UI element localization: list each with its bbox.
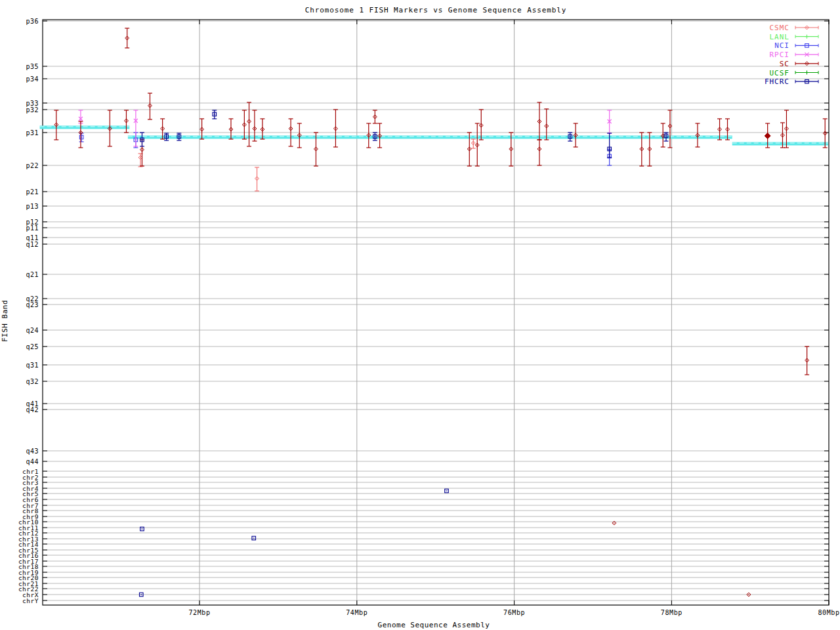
y-tick-label: q21 bbox=[26, 271, 39, 278]
marker-dot bbox=[807, 27, 808, 28]
legend-label: NCI bbox=[774, 41, 789, 50]
marker-dot bbox=[472, 142, 474, 144]
y-tick-label: q12 bbox=[26, 241, 39, 248]
fish-marker-chart: Chromosome 1 FISH Markers vs Genome Sequ… bbox=[0, 0, 840, 630]
marker-dot bbox=[807, 63, 808, 64]
plot-frame bbox=[43, 20, 829, 605]
legend-label: UCSF bbox=[770, 69, 790, 77]
marker-dot bbox=[299, 135, 300, 136]
data-series bbox=[54, 28, 827, 597]
legend-label: SC bbox=[780, 60, 789, 68]
marker-dot bbox=[719, 129, 721, 130]
y-tick-label: q31 bbox=[26, 362, 39, 369]
marker-dot bbox=[539, 121, 540, 122]
marker-dot bbox=[316, 148, 317, 150]
legend-entry-csmc: CSMC bbox=[770, 24, 819, 32]
marker-dot bbox=[56, 124, 57, 125]
series-fhcrc bbox=[139, 110, 668, 597]
legend-entry-rpci: RPCI bbox=[770, 51, 819, 59]
legend-label: FHCRC bbox=[765, 77, 789, 86]
marker-dot bbox=[476, 144, 478, 146]
marker-dot bbox=[244, 124, 245, 125]
marker-dot bbox=[368, 135, 369, 136]
marker-dot bbox=[290, 128, 291, 129]
legend-label: CSMC bbox=[770, 24, 790, 32]
legend-entry-nci: NCI bbox=[774, 41, 818, 50]
y-tick-label: p13 bbox=[26, 203, 39, 210]
plot-area: Chromosome 1 FISH Markers vs Genome Sequ… bbox=[0, 0, 840, 630]
y-tick-label: p22 bbox=[26, 162, 39, 169]
legend-label: RPCI bbox=[770, 51, 790, 59]
marker-dot bbox=[511, 148, 512, 150]
marker-dot bbox=[127, 37, 128, 39]
y-tick-label: q23 bbox=[26, 301, 39, 308]
tick-labels: p36p35p34p33p32p31p22p21p13p12p11q11q12q… bbox=[18, 18, 840, 617]
x-tick-label: 80Mbp bbox=[818, 609, 839, 616]
y-tick-label: p21 bbox=[26, 188, 39, 196]
marker-dot bbox=[162, 128, 163, 129]
marker-dot bbox=[669, 125, 671, 127]
chart-title: Chromosome 1 FISH Markers vs Genome Sequ… bbox=[305, 6, 567, 14]
x-axis-title: Genome Sequence Assembly bbox=[378, 621, 490, 629]
marker-dot bbox=[786, 128, 788, 129]
marker-dot bbox=[80, 132, 81, 133]
marker-dot bbox=[641, 148, 642, 150]
marker-dot bbox=[379, 135, 381, 136]
y-tick-label: p36 bbox=[26, 18, 39, 25]
series-rpci bbox=[78, 110, 612, 146]
marker-dot bbox=[249, 121, 250, 122]
legend-entry-sc: SC bbox=[780, 60, 818, 68]
plot-border bbox=[43, 20, 829, 605]
marker-dot bbox=[807, 360, 808, 361]
series-sc bbox=[54, 28, 827, 597]
marker-dot bbox=[575, 135, 576, 136]
y-tick-label: q32 bbox=[26, 378, 39, 385]
y-tick-label: p11 bbox=[26, 224, 39, 232]
y-tick-label: p31 bbox=[26, 129, 39, 136]
marker-dot bbox=[110, 128, 111, 129]
marker-dot bbox=[767, 135, 768, 136]
marker-dot bbox=[140, 157, 141, 158]
marker-dot bbox=[614, 522, 615, 524]
band-boundary-line bbox=[40, 127, 828, 144]
marker-dot bbox=[480, 125, 482, 126]
plus-marker bbox=[805, 35, 809, 39]
legend-label: LANL bbox=[770, 33, 790, 41]
legend-entry-lanl: LANL bbox=[770, 33, 819, 41]
y-tick-label: p35 bbox=[26, 63, 39, 70]
marker-dot bbox=[824, 133, 826, 134]
gridlines bbox=[43, 20, 829, 605]
y-tick-label: q24 bbox=[26, 327, 39, 334]
marker-dot bbox=[539, 148, 540, 150]
x-tick-label: 74Mbp bbox=[346, 609, 368, 616]
y-axis-title: FISH Band bbox=[1, 300, 9, 342]
x-tick-label: 78Mbp bbox=[661, 609, 682, 616]
y-tick-label: p32 bbox=[26, 106, 39, 114]
marker-dot bbox=[257, 178, 258, 179]
legend: CSMCLANLNCIRPCISCUCSFFHCRC bbox=[765, 24, 818, 86]
y-tick-label: p34 bbox=[26, 75, 39, 83]
y-tick-label: q25 bbox=[26, 343, 39, 350]
marker-dot bbox=[727, 129, 728, 130]
y-tick-label: chrY bbox=[22, 597, 39, 604]
marker-dot bbox=[150, 105, 151, 106]
y-tick-label: q44 bbox=[26, 458, 39, 465]
marker-dot bbox=[469, 148, 470, 150]
marker-dot bbox=[662, 135, 663, 136]
marker-dot bbox=[748, 594, 749, 595]
marker-dot bbox=[649, 148, 650, 150]
y-tick-label: q42 bbox=[26, 406, 39, 413]
plus-marker bbox=[805, 71, 809, 75]
marker-dot bbox=[546, 125, 547, 127]
marker-dot bbox=[254, 128, 255, 129]
marker-dot bbox=[201, 129, 203, 130]
marker-dot bbox=[335, 128, 337, 129]
y-tick-label: q43 bbox=[26, 448, 39, 455]
marker-dot bbox=[230, 129, 232, 130]
marker-dot bbox=[142, 149, 143, 150]
legend-entry-ucsf: UCSF bbox=[770, 69, 819, 77]
marker-dot bbox=[375, 116, 376, 117]
marker-dot bbox=[126, 120, 127, 121]
x-tick-label: 76Mbp bbox=[503, 609, 525, 616]
x-tick-label: 72Mbp bbox=[188, 609, 210, 616]
